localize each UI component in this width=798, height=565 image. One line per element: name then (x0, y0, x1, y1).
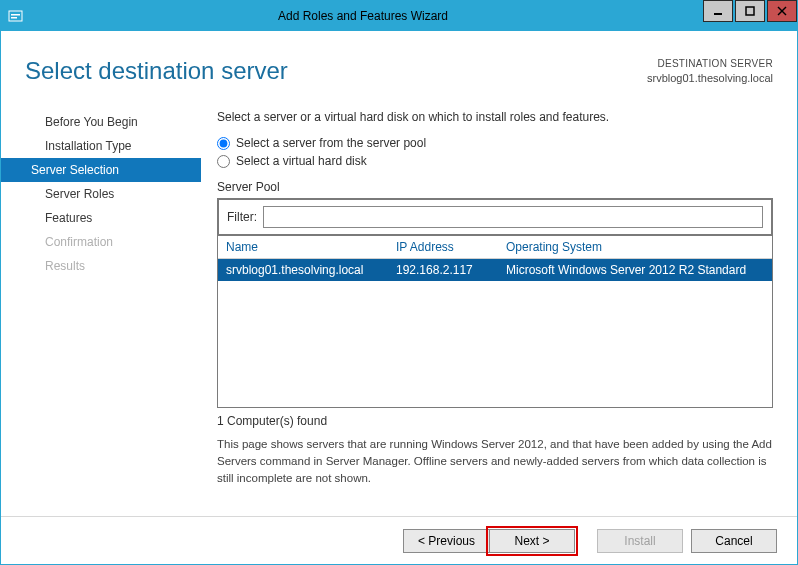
sidebar-item-before-you-begin[interactable]: Before You Begin (1, 110, 201, 134)
destination-label: DESTINATION SERVER (647, 57, 773, 71)
main-panel: Select a server or a virtual hard disk o… (201, 106, 797, 486)
radio-vhd-row[interactable]: Select a virtual hard disk (217, 154, 773, 168)
footer: < Previous Next > Install Cancel (1, 516, 797, 564)
sidebar-item-results: Results (1, 254, 201, 278)
sidebar-item-features[interactable]: Features (1, 206, 201, 230)
column-os[interactable]: Operating System (506, 240, 764, 254)
sidebar-item-server-roles[interactable]: Server Roles (1, 182, 201, 206)
svg-rect-4 (746, 7, 754, 15)
next-button[interactable]: Next > (489, 529, 575, 553)
filter-input[interactable] (263, 206, 763, 228)
filter-box: Filter: (217, 198, 773, 236)
radio-server-pool-row[interactable]: Select a server from the server pool (217, 136, 773, 150)
header-area: Select destination server DESTINATION SE… (1, 31, 797, 86)
radio-vhd-label: Select a virtual hard disk (236, 154, 367, 168)
filter-label: Filter: (227, 210, 257, 224)
body: Before You Begin Installation Type Serve… (1, 106, 797, 486)
window-title: Add Roles and Features Wizard (25, 9, 701, 23)
computers-found: 1 Computer(s) found (217, 414, 773, 428)
page-title: Select destination server (25, 57, 647, 85)
nav-button-group: < Previous Next > (403, 529, 575, 553)
table-row[interactable]: srvblog01.thesolving.local 192.168.2.117… (218, 259, 772, 281)
window-controls (701, 1, 797, 31)
svg-rect-2 (11, 17, 17, 19)
titlebar: Add Roles and Features Wizard (1, 1, 797, 31)
cell-os: Microsoft Windows Server 2012 R2 Standar… (506, 263, 764, 277)
cell-ip: 192.168.2.117 (396, 263, 506, 277)
radio-server-pool[interactable] (217, 137, 230, 150)
server-table: Name IP Address Operating System srvblog… (217, 236, 773, 408)
minimize-button[interactable] (703, 0, 733, 22)
wizard-window: Add Roles and Features Wizard Select des… (0, 0, 798, 565)
radio-vhd[interactable] (217, 155, 230, 168)
sidebar-item-confirmation: Confirmation (1, 230, 201, 254)
table-header: Name IP Address Operating System (218, 236, 772, 259)
app-icon (7, 7, 25, 25)
column-name[interactable]: Name (226, 240, 396, 254)
svg-rect-1 (11, 14, 20, 16)
destination-server: srvblog01.thesolving.local (647, 71, 773, 86)
sidebar: Before You Begin Installation Type Serve… (1, 106, 201, 486)
previous-button[interactable]: < Previous (403, 529, 489, 553)
maximize-button[interactable] (735, 0, 765, 22)
destination-info: DESTINATION SERVER srvblog01.thesolving.… (647, 57, 773, 86)
server-pool-label: Server Pool (217, 180, 773, 194)
svg-rect-3 (714, 13, 722, 15)
intro-text: Select a server or a virtual hard disk o… (217, 110, 773, 124)
description-text: This page shows servers that are running… (217, 436, 773, 486)
install-button: Install (597, 529, 683, 553)
sidebar-item-server-selection[interactable]: Server Selection (1, 158, 201, 182)
radio-server-pool-label: Select a server from the server pool (236, 136, 426, 150)
cancel-button[interactable]: Cancel (691, 529, 777, 553)
svg-rect-0 (9, 11, 22, 21)
close-button[interactable] (767, 0, 797, 22)
sidebar-item-installation-type[interactable]: Installation Type (1, 134, 201, 158)
cell-name: srvblog01.thesolving.local (226, 263, 396, 277)
column-ip[interactable]: IP Address (396, 240, 506, 254)
